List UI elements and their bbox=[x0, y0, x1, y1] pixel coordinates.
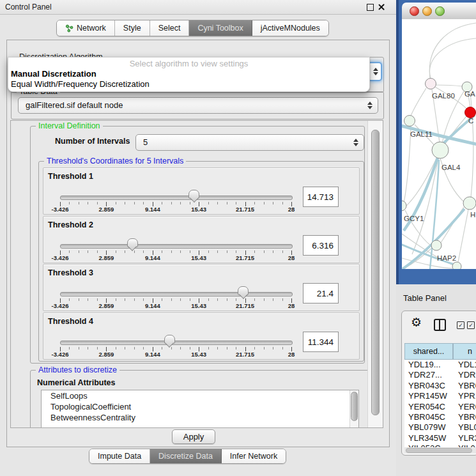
network-node-gal11[interactable] bbox=[404, 116, 415, 127]
algorithm-option-select-algorithm-to-view-settings[interactable]: Select algorithm to view settings bbox=[8, 59, 369, 69]
minor-tick bbox=[88, 347, 88, 349]
numerical-attributes-label: Numerical Attributes bbox=[37, 378, 115, 387]
threshold-value-field[interactable]: 21.4 bbox=[303, 283, 339, 303]
column-header-shared[interactable]: shared... bbox=[404, 343, 453, 360]
network-node[interactable] bbox=[452, 262, 461, 269]
minor-tick bbox=[125, 347, 125, 349]
tab-cyni-toolbox[interactable]: Cyni Toolbox bbox=[189, 20, 252, 36]
numerical-attributes-list[interactable]: SelfLoopsTopologicalCoefficientBetweenne… bbox=[41, 390, 359, 428]
slider-track[interactable] bbox=[60, 244, 293, 249]
threshold-panel-3: Threshold 3-3.4262.8599.14415.4321.71528… bbox=[43, 264, 360, 311]
slider-track[interactable] bbox=[60, 196, 293, 200]
table-row[interactable]: YBR043CYBR0 bbox=[404, 381, 476, 391]
list-scrollbar-thumb[interactable] bbox=[351, 392, 358, 421]
apply-button[interactable]: Apply bbox=[172, 429, 215, 444]
tab-label: Impute Data bbox=[98, 452, 141, 461]
network-node-hap2[interactable] bbox=[431, 240, 441, 250]
number-of-intervals-value: 5 bbox=[143, 135, 148, 150]
split-columns-icon[interactable] bbox=[434, 319, 446, 331]
combobox-stepper-icon[interactable] bbox=[353, 139, 358, 146]
minor-tick bbox=[273, 202, 273, 204]
column-header-n[interactable]: n bbox=[453, 343, 476, 360]
attribute-item-topologicalcoefficient[interactable]: TopologicalCoefficient bbox=[42, 401, 358, 412]
slider-thumb[interactable] bbox=[188, 190, 199, 199]
algorithm-option-manual-discretization[interactable]: Manual Discretization bbox=[8, 69, 369, 79]
threshold-value-field[interactable]: 14.713 bbox=[303, 187, 339, 207]
mode-tab-impute-data[interactable]: Impute Data bbox=[89, 449, 150, 463]
tick-label: 28 bbox=[276, 206, 307, 213]
table-hscrollbar-thumb[interactable] bbox=[406, 448, 472, 453]
checkbox-icon[interactable]: ✓ bbox=[467, 321, 475, 329]
minor-tick bbox=[282, 202, 283, 204]
table-row[interactable]: YBL079WYBL0 bbox=[404, 422, 476, 433]
minor-tick bbox=[254, 250, 255, 253]
minimize-light-icon[interactable] bbox=[422, 6, 432, 16]
cell-name: YLR3 bbox=[458, 433, 476, 443]
mode-tab-infer-network[interactable]: Infer Network bbox=[222, 449, 286, 463]
minor-tick bbox=[180, 347, 181, 349]
network-node-gcy1[interactable] bbox=[402, 201, 406, 211]
network-view-canvas[interactable]: GAL80GACGAL11GAL4GCY1HHAP2 bbox=[402, 19, 476, 269]
network-node-gal4[interactable] bbox=[432, 142, 449, 158]
network-node-gal80[interactable] bbox=[426, 79, 436, 89]
list-scrollbar[interactable] bbox=[349, 390, 358, 428]
float-window-icon[interactable] bbox=[367, 4, 374, 11]
slider-track[interactable] bbox=[60, 341, 293, 345]
attribute-item-betweennesscentrality[interactable]: BetweennessCentrality bbox=[42, 412, 358, 423]
slider-thumb[interactable] bbox=[127, 238, 138, 247]
combobox-stepper-icon[interactable] bbox=[367, 102, 372, 109]
combobox-stepper-icon[interactable] bbox=[373, 68, 378, 75]
gear-icon[interactable]: ⚙ bbox=[411, 316, 422, 328]
minor-tick bbox=[208, 347, 209, 349]
close-light-icon[interactable] bbox=[410, 6, 419, 16]
tab-jactivemnodules[interactable]: jActiveMNodules bbox=[252, 20, 328, 36]
thresholds-group: Threshold's Coordinates for 5 Intervals … bbox=[38, 161, 364, 362]
settings-scrollbar-thumb[interactable] bbox=[371, 130, 380, 415]
minor-tick bbox=[254, 202, 255, 204]
tick-label: -3.426 bbox=[45, 254, 75, 261]
table-data-combobox[interactable]: galFiltered.sif default node bbox=[18, 97, 378, 114]
table-hscrollbar[interactable] bbox=[404, 447, 476, 454]
threshold-value-field[interactable]: 11.344 bbox=[303, 332, 339, 352]
table-row[interactable]: YBR045CYBR0 bbox=[404, 412, 476, 422]
minor-tick bbox=[171, 347, 172, 349]
threshold-value-field[interactable]: 6.316 bbox=[303, 235, 339, 256]
minor-tick bbox=[143, 298, 144, 301]
minor-tick bbox=[162, 298, 162, 301]
checkbox-icon[interactable]: ✓ bbox=[457, 321, 464, 329]
slider-track[interactable] bbox=[60, 292, 293, 296]
slider-thumb[interactable] bbox=[238, 286, 249, 295]
mode-tab-discretize-data[interactable]: Discretize Data bbox=[150, 449, 222, 463]
zoom-light-icon[interactable] bbox=[435, 6, 445, 16]
minor-tick bbox=[208, 250, 209, 253]
cell-name: YPR1 bbox=[458, 391, 476, 401]
settings-scrollbar[interactable] bbox=[367, 121, 383, 427]
tab-network[interactable]: Network bbox=[57, 20, 115, 36]
tab-select[interactable]: Select bbox=[150, 20, 190, 36]
minor-tick bbox=[125, 298, 125, 301]
network-window-titlebar[interactable] bbox=[402, 3, 476, 20]
table-row[interactable]: YLR345WYLR3 bbox=[404, 433, 476, 443]
slider-thumb[interactable] bbox=[164, 335, 175, 344]
close-icon[interactable] bbox=[378, 3, 385, 11]
tab-style[interactable]: Style bbox=[115, 20, 150, 36]
table-row[interactable]: YDL19...YDL1 bbox=[404, 360, 476, 370]
number-of-intervals-combobox[interactable]: 5 bbox=[135, 134, 364, 151]
tick-label: 21.715 bbox=[230, 351, 261, 358]
threshold-panel-2: Threshold 2-3.4262.8599.14415.4321.71528… bbox=[43, 216, 360, 263]
number-of-intervals-label: Number of Intervals bbox=[55, 137, 130, 146]
table-row[interactable]: YER054CYER0 bbox=[404, 402, 476, 412]
network-icon bbox=[65, 24, 73, 33]
table-row[interactable]: YPR145WYPR1 bbox=[404, 391, 476, 401]
minor-tick bbox=[217, 298, 218, 301]
network-node-c[interactable] bbox=[465, 107, 476, 118]
tab-label: Select bbox=[158, 24, 181, 33]
algorithm-option-equal-width-frequency-discretization[interactable]: Equal Width/Frequency Discretization bbox=[8, 79, 369, 89]
minor-tick bbox=[88, 250, 88, 253]
table-row[interactable]: YDR27...YDR2 bbox=[404, 370, 476, 380]
cell-name: YER0 bbox=[458, 402, 476, 412]
minor-tick bbox=[227, 202, 227, 204]
table-data-combobox-value: galFiltered.sif default node bbox=[26, 98, 123, 113]
network-node-h[interactable] bbox=[463, 197, 476, 210]
attribute-item-selfloops[interactable]: SelfLoops bbox=[42, 390, 358, 401]
